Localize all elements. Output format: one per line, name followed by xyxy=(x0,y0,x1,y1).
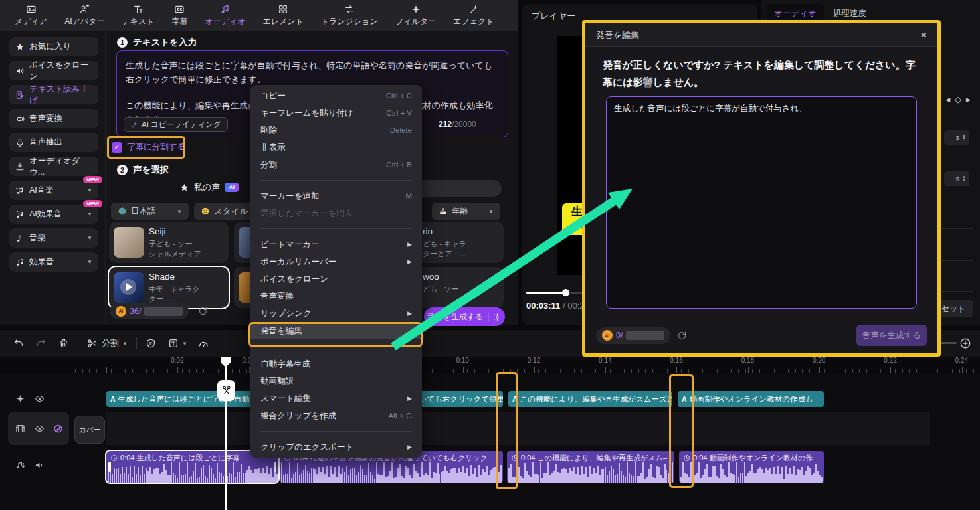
shortcut-label: Alt + G xyxy=(389,412,412,420)
audio-clip[interactable]: 0:04 この機能により、編集や再生成がスム– xyxy=(507,451,674,483)
menu-item[interactable]: キーフレームを貼り付けCtrl + V xyxy=(250,104,422,122)
chevron-down-icon[interactable]: ▼ xyxy=(122,341,128,347)
sidebar-item[interactable]: 音声抽出 xyxy=(9,133,98,152)
menu-item[interactable]: 分割Ctrl + B xyxy=(250,156,422,173)
voice-change-icon xyxy=(15,114,25,124)
menu-item[interactable]: 動画翻訳 xyxy=(250,373,422,390)
tab-processing-speed[interactable]: 処理速度 xyxy=(833,8,866,19)
voice-card-shade-selected[interactable]: Shade 中年 - キャラク ター... xyxy=(109,267,229,308)
sidebar-item[interactable]: AI音楽▼NEW xyxy=(9,181,98,200)
close-icon[interactable]: × xyxy=(920,29,927,42)
keyframe-next-icon[interactable]: ▶ xyxy=(966,96,971,103)
menu-item[interactable]: コピーCtrl + C xyxy=(250,87,422,104)
refresh-icon[interactable] xyxy=(198,306,208,316)
tab-text[interactable]: テキスト xyxy=(116,2,159,29)
redo-icon[interactable] xyxy=(36,338,47,349)
sidebar-item[interactable]: 音楽▼ xyxy=(9,228,98,248)
chevron-down-icon[interactable]: ▼ xyxy=(182,341,187,347)
stepper-arrows[interactable]: ▲▼ xyxy=(962,134,966,141)
text-tool-icon[interactable] xyxy=(168,338,179,349)
menu-item[interactable]: スマート編集▶ xyxy=(250,390,422,407)
subtitle-clip[interactable]: A動画制作やオンライン教材の作成も xyxy=(678,391,824,407)
step2-header: 2 声を選択 xyxy=(117,164,169,176)
timeline-zoom-slider[interactable] xyxy=(938,342,957,344)
age-filter-dropdown[interactable]: 年齢 ▼ xyxy=(432,203,500,220)
scissors-icon[interactable] xyxy=(87,338,98,349)
refresh-icon[interactable] xyxy=(677,331,687,341)
play-icon[interactable] xyxy=(120,279,136,295)
pronunciation-text-input[interactable]: 生成した音声には段ごとに字幕が自動で付与され、 xyxy=(606,96,917,309)
menu-item[interactable]: 複合クリップを作成Alt + G xyxy=(250,407,422,424)
my-voice-tab[interactable]: 私の声 AI xyxy=(179,181,239,193)
menu-item[interactable]: ボイスをクローン xyxy=(250,270,422,288)
sidebar-item[interactable]: 音声変換 xyxy=(9,109,98,128)
generate-audio-button[interactable]: 音声を生成する | xyxy=(424,307,505,326)
effects-icon xyxy=(468,4,479,15)
pitch-icon[interactable] xyxy=(15,460,25,470)
cover-button[interactable]: カバー xyxy=(74,416,105,444)
volume-icon[interactable] xyxy=(35,460,45,470)
zoom-in-icon[interactable] xyxy=(959,337,971,349)
tab-effects[interactable]: エフェクト xyxy=(448,2,499,29)
menu-item[interactable]: 自動字幕生成 xyxy=(250,355,422,373)
undo-icon[interactable] xyxy=(13,338,24,349)
menu-item[interactable]: クリップのエクスポート▶ xyxy=(250,438,422,456)
timeline-ruler[interactable]: 0:020:040:060:080:100:120:140:160:180:20… xyxy=(73,357,980,373)
ruler-tick-label: 0:18 xyxy=(736,357,759,364)
tab-ai-avatar[interactable]: AIアバター xyxy=(59,2,110,29)
sidebar-item[interactable]: テキスト読み上げ xyxy=(9,85,98,104)
seekbar-knob[interactable] xyxy=(562,289,569,296)
eye-icon[interactable] xyxy=(35,424,45,434)
menu-item[interactable]: 削除Delete xyxy=(250,122,422,139)
keyframe-diamond-icon[interactable]: ◇ xyxy=(955,94,961,104)
mute-slash-icon[interactable] xyxy=(53,424,63,434)
menu-item[interactable]: リップシンク▶ xyxy=(250,305,422,322)
split-subtitle-checkbox[interactable]: ✓ xyxy=(112,142,122,153)
sidebar-item[interactable]: お気に入り xyxy=(9,37,98,56)
subtitle-clip[interactable]: Aこの機能により、編集や再生成がスムーズに xyxy=(508,391,672,407)
sfx-icon xyxy=(15,258,25,267)
ai-copywriting-button[interactable]: AI コピーライティング xyxy=(124,117,228,132)
voice-card-seiji[interactable]: Seiji 子ども - ソー シャルメディア xyxy=(109,222,229,263)
tab-elements[interactable]: エレメント xyxy=(258,2,309,29)
sidebar-item[interactable]: AI効果音▼NEW xyxy=(9,205,98,224)
app-window: メディアAIアバターテキスト字幕オーディオエレメントトランジションフィルターエフ… xyxy=(0,0,980,510)
tab-audio[interactable]: オーディオ xyxy=(199,2,250,29)
sidebar-item[interactable]: 効果音▼ xyxy=(9,252,98,272)
menu-item[interactable]: 非表示 xyxy=(250,139,422,156)
audio-clip[interactable]: 0:04 動画制作やオンライン教材の作 xyxy=(679,451,824,483)
tab-captions[interactable]: 字幕 xyxy=(166,2,193,29)
keyframe-prev-icon[interactable]: ◀ xyxy=(945,96,950,103)
trash-icon[interactable] xyxy=(58,338,69,349)
modal-generate-audio-button[interactable]: 音声を生成する xyxy=(856,325,927,346)
submenu-arrow-icon: ▶ xyxy=(407,310,412,317)
magic-icon[interactable] xyxy=(15,394,25,404)
clip-trim-handle[interactable] xyxy=(274,462,276,472)
duration-spinner-2[interactable]: s ▲▼ xyxy=(944,171,969,186)
chevron-down-icon[interactable]: ▼ xyxy=(87,259,92,265)
menu-item[interactable]: ビートマーカー▶ xyxy=(250,236,422,253)
keyframe-controls[interactable]: ◀ ◇ ▶ xyxy=(945,94,971,104)
sidebar-item[interactable]: オーディオダウ... xyxy=(9,157,98,176)
menu-item[interactable]: 音声変換 xyxy=(250,288,422,305)
menu-item[interactable]: ボーカルリムーバー▶ xyxy=(250,253,422,270)
menu-item[interactable]: マーカーを追加M xyxy=(250,187,422,205)
stepper-arrows[interactable]: ▲▼ xyxy=(962,175,966,182)
clip-trim-handle[interactable] xyxy=(108,462,111,472)
chevron-down-icon[interactable]: ▼ xyxy=(87,187,92,193)
chevron-down-icon[interactable]: ▼ xyxy=(87,235,92,241)
tab-transition[interactable]: トランジション xyxy=(316,2,383,29)
tab-media[interactable]: メディア xyxy=(9,2,52,29)
sidebar-item[interactable]: ボイスをクローン xyxy=(9,61,98,80)
star-icon xyxy=(15,42,25,52)
menu-item[interactable]: 発音を編集 xyxy=(250,322,422,339)
tab-filter[interactable]: フィルター xyxy=(390,2,441,29)
split-button[interactable]: 分割 xyxy=(102,337,119,349)
speed-gauge-icon[interactable] xyxy=(198,338,209,349)
eye-icon[interactable] xyxy=(35,394,45,404)
duration-spinner-1[interactable]: s ▲▼ xyxy=(944,130,969,145)
language-filter-dropdown[interactable]: 日本語 ▼ xyxy=(111,203,189,220)
chevron-down-icon[interactable]: ▼ xyxy=(87,211,92,217)
film-icon[interactable] xyxy=(15,424,25,434)
marker-icon[interactable] xyxy=(146,338,156,349)
